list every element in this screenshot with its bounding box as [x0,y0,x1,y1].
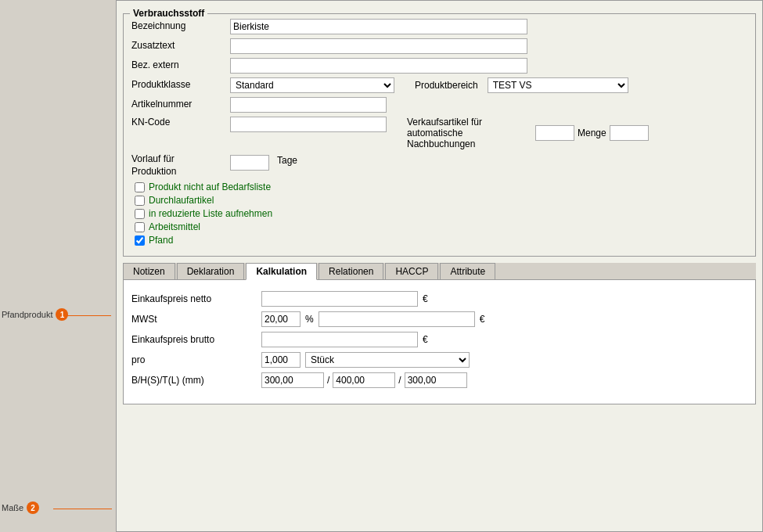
vorlauf-label: Vorlauf für Produktion [131,153,225,178]
cb5-row: Pfand [131,235,747,246]
pfandprodukt-badge: 1 [56,308,68,321]
tab-kalkulation[interactable]: Kalkulation [246,263,317,280]
cb1-row: Produkt nicht auf Bedarfsliste [131,182,747,192]
arbeitsmittel-label: Arbeitsmittel [149,221,200,232]
pfandprodukt-label: Pfandprodukt [2,310,52,319]
cb2-row: Durchlaufartikel [131,195,747,206]
kalkulation-form: Einkaufspreis netto € MWSt % € Einkaufsp… [131,288,747,396]
artikelnummer-label: Artikelnummer [131,99,225,111]
produktbereich-label: Produktbereich [415,80,478,91]
kalkulation-tab-content: Einkaufspreis netto € MWSt % € Einkaufsp… [123,280,756,404]
produktklasse-label: Produktklasse [131,79,225,92]
cb3-row: in reduzierte Liste aufnehmen [131,208,747,219]
zusatztext-row: Zusatztext [131,38,747,54]
produktbereich-select[interactable]: TEST VS [488,77,628,93]
reduzierte-liste-checkbox[interactable] [135,209,145,219]
kn-code-label: KN-Code [131,117,225,129]
bez-extern-input[interactable] [230,58,527,74]
bezeichnung-row: Bezeichnung [131,19,747,34]
durchlaufartikel-checkbox[interactable] [135,196,145,206]
tabs-bar: Notizen Deklaration Kalkulation Relation… [123,263,756,280]
euro-sign-2: € [480,314,485,325]
kn-code-input[interactable] [230,117,387,132]
masse-inputs: / / [261,372,467,388]
vorlauf-row: Vorlauf für Produktion Tage [131,153,747,178]
artikelnummer-row: Artikelnummer [131,97,747,113]
bez-extern-label: Bez. extern [131,59,225,72]
masse-badge: 2 [27,501,39,514]
mwst-row: MWSt % € [131,311,747,327]
euro-sign-3: € [423,334,428,345]
pfand-label: Pfand [149,235,173,246]
mwst-label: MWSt [131,314,257,325]
einkaufspreis-brutto-input[interactable] [261,332,418,347]
pro-row: pro Stück [131,352,747,368]
einkaufspreis-netto-input[interactable] [261,291,418,307]
produktklasse-row: Produktklasse Standard Produktbereich TE… [131,77,747,93]
arbeitsmittel-checkbox[interactable] [135,222,145,232]
pfandprodukt-annotation: Pfandprodukt 1 [2,308,68,321]
masse-label: Maße [2,503,23,512]
percent-sign: % [305,314,314,325]
pro-label: pro [131,354,257,365]
mwst-input[interactable] [261,311,301,327]
masse-row-label: B/H(S)/T(L) (mm) [131,375,257,386]
einkaufspreis-netto-label: Einkaufspreis netto [131,293,257,304]
masse-b-input[interactable] [261,372,324,388]
reduzierte-liste-label: in reduzierte Liste aufnehmen [149,208,272,219]
verkaufsartikel-label: Verkaufsartikel für automatische Nachbuc… [407,117,532,149]
tab-relationen[interactable]: Relationen [319,263,383,279]
zusatztext-label: Zusatztext [131,40,225,52]
masse-h-input[interactable] [333,372,395,388]
einkaufspreis-netto-row: Einkaufspreis netto € [131,291,747,307]
fieldset-legend: Verbrauchsstoff [130,8,207,19]
bezeichnung-input[interactable] [230,19,527,34]
tab-attribute[interactable]: Attribute [440,263,495,279]
bezeichnung-label: Bezeichnung [131,20,225,33]
artikelnummer-input[interactable] [230,97,387,113]
main-container: Pfandprodukt 1 Maße 2 Verbrauchsstoff Be… [0,0,763,532]
menge-input[interactable] [610,125,649,141]
verkaufsartikel-row: Verkaufsartikel für automatische Nachbuc… [407,117,649,149]
durchlaufartikel-label: Durchlaufartikel [149,195,214,206]
tage-label: Tage [277,155,297,166]
verkaufsartikel-input[interactable] [535,125,574,141]
left-label-area: Pfandprodukt 1 Maße 2 [0,0,116,532]
produkt-bedarfsliste-checkbox[interactable] [135,182,145,192]
stueck-select[interactable]: Stück [305,352,470,368]
pro-input[interactable] [261,352,301,368]
einkaufspreis-brutto-row: Einkaufspreis brutto € [131,332,747,347]
masse-line [53,509,112,509]
masse-t-input[interactable] [405,372,467,388]
zusatztext-input[interactable] [230,38,527,54]
slash-2: / [398,375,401,386]
pfandprodukt-line [64,315,111,316]
tab-notizen[interactable]: Notizen [123,263,175,279]
vorlauf-input[interactable] [230,155,269,171]
verkaufsartikel-section: Verkaufsartikel für automatische Nachbuc… [407,117,649,149]
tab-deklaration[interactable]: Deklaration [177,263,245,279]
mwst-euro-input[interactable] [319,311,475,327]
slash-1: / [327,375,329,386]
kn-code-row: KN-Code Verkaufsartikel für automatische… [131,117,747,149]
masse-row: B/H(S)/T(L) (mm) / / [131,372,747,388]
produktklasse-select[interactable]: Standard [230,77,394,93]
produkt-bedarfsliste-label: Produkt nicht auf Bedarfsliste [149,182,271,192]
tab-haccp[interactable]: HACCP [385,263,438,279]
menge-label: Menge [578,128,606,138]
content-panel: Verbrauchsstoff Bezeichnung Zusatztext B… [116,0,763,532]
euro-sign-1: € [423,293,428,304]
bez-extern-row: Bez. extern [131,58,747,74]
pfand-checkbox[interactable] [135,235,145,246]
verbrauchsstoff-group: Verbrauchsstoff Bezeichnung Zusatztext B… [123,13,756,257]
cb4-row: Arbeitsmittel [131,221,747,232]
einkaufspreis-brutto-label: Einkaufspreis brutto [131,334,257,345]
masse-annotation: Maße 2 [2,501,39,514]
